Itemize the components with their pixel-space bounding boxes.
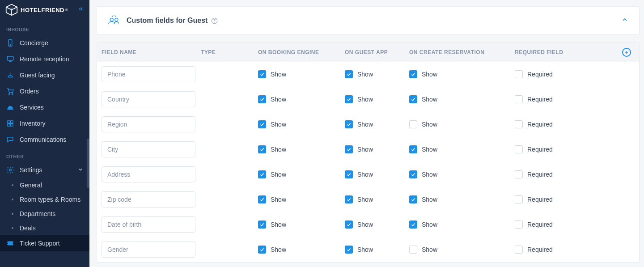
booking-engine-checkbox[interactable] — [258, 70, 266, 78]
table-row: ShowShowShowRequired — [97, 62, 639, 87]
create-reservation-checkbox[interactable] — [409, 220, 417, 229]
create-reservation-checkbox[interactable] — [409, 95, 417, 103]
svg-point-2 — [10, 45, 11, 46]
create-reservation-checkbox[interactable] — [409, 145, 417, 153]
panel-header: Custom fields for Guest — [97, 7, 639, 35]
create-reservation-label: Show — [422, 121, 437, 128]
required-checkbox[interactable] — [515, 145, 523, 153]
create-reservation-checkbox[interactable] — [409, 170, 417, 178]
table-row: ShowShowShowRequired — [97, 162, 639, 187]
sidebar-collapse-button[interactable] — [78, 6, 84, 14]
col-header-booking-engine: ON BOOKING ENGINE — [258, 49, 345, 55]
booking-engine-checkbox[interactable] — [258, 145, 266, 153]
help-icon[interactable] — [211, 17, 218, 24]
add-field-button[interactable] — [622, 48, 631, 57]
field-name-input[interactable] — [102, 91, 195, 107]
nav-label: Services — [20, 104, 83, 111]
panel-collapse-button[interactable] — [621, 16, 628, 25]
svg-point-15 — [115, 16, 116, 17]
svg-point-17 — [214, 22, 215, 22]
svg-point-14 — [114, 15, 114, 16]
field-name-input[interactable] — [102, 191, 195, 208]
svg-point-4 — [9, 93, 10, 94]
guest-app-checkbox[interactable] — [345, 246, 353, 254]
guest-app-checkbox[interactable] — [345, 145, 353, 153]
nav-label: Ticket Support — [20, 240, 83, 247]
guest-app-checkbox[interactable] — [345, 195, 353, 203]
booking-engine-label: Show — [271, 71, 286, 78]
sidebar-subitem-departments[interactable]: Departments — [0, 207, 89, 221]
sidebar-item-communications[interactable]: Communications — [0, 131, 89, 148]
guest-app-label: Show — [357, 146, 373, 153]
required-checkbox[interactable] — [515, 220, 523, 229]
required-label: Required — [527, 121, 553, 128]
logo-area: HF HOTELFRIEND® — [0, 0, 89, 21]
field-name-input[interactable] — [102, 116, 195, 132]
nav-label: Concierge — [20, 39, 83, 47]
col-header-field-name: FIELD NAME — [102, 49, 201, 55]
booking-engine-checkbox[interactable] — [258, 246, 266, 254]
svg-rect-8 — [8, 124, 10, 126]
section-label-other: OTHER — [0, 148, 89, 162]
sidebar-item-settings[interactable]: Settings — [0, 162, 89, 178]
nav-label: Remote reception — [20, 55, 83, 63]
required-checkbox[interactable] — [515, 170, 523, 178]
create-reservation-checkbox[interactable] — [409, 246, 417, 254]
table-row: ShowShowShowRequired — [97, 112, 639, 137]
nav-label: Orders — [20, 88, 83, 95]
guest-app-checkbox[interactable] — [345, 95, 353, 103]
svg-rect-6 — [8, 121, 10, 123]
booking-engine-checkbox[interactable] — [258, 95, 266, 103]
create-reservation-label: Show — [422, 96, 437, 103]
required-checkbox[interactable] — [515, 195, 523, 203]
svg-point-10 — [9, 169, 12, 171]
required-checkbox[interactable] — [515, 120, 523, 128]
sidebar-subitem-general[interactable]: General — [0, 178, 89, 192]
create-reservation-label: Show — [422, 221, 437, 228]
sidebar-item-guest-facing[interactable]: Guest facing — [0, 67, 89, 83]
table-row: ShowShowShowRequired — [97, 87, 639, 112]
table-row: ShowShowShowRequired — [97, 237, 639, 262]
sidebar-item-inventory[interactable]: Inventory — [0, 115, 89, 131]
sidebar-item-remote-reception[interactable]: Remote reception — [0, 51, 89, 67]
guest-app-checkbox[interactable] — [345, 120, 353, 128]
cloche-icon — [6, 103, 14, 111]
booking-engine-checkbox[interactable] — [258, 195, 266, 203]
bell-icon — [6, 71, 14, 79]
bullet-icon — [12, 227, 13, 229]
field-name-input[interactable] — [102, 242, 195, 258]
required-checkbox[interactable] — [515, 95, 523, 103]
booking-engine-checkbox[interactable] — [258, 220, 266, 229]
booking-engine-checkbox[interactable] — [258, 170, 266, 178]
boxes-icon — [6, 119, 14, 127]
guest-app-checkbox[interactable] — [345, 170, 353, 178]
sidebar: HF HOTELFRIEND® INHOUSE Concierge Remote… — [0, 0, 89, 267]
sidebar-item-orders[interactable]: Orders — [0, 83, 89, 99]
required-checkbox[interactable] — [515, 246, 523, 254]
sidebar-item-services[interactable]: Services — [0, 99, 89, 115]
field-name-input[interactable] — [102, 141, 195, 157]
required-checkbox[interactable] — [515, 70, 523, 78]
create-reservation-checkbox[interactable] — [409, 70, 417, 78]
field-name-input[interactable] — [102, 66, 195, 82]
create-reservation-label: Show — [422, 196, 437, 203]
guest-app-checkbox[interactable] — [345, 70, 353, 78]
section-label-inhouse: INHOUSE — [0, 21, 89, 35]
create-reservation-checkbox[interactable] — [409, 120, 417, 128]
sidebar-subitem-deals[interactable]: Deals — [0, 221, 89, 235]
create-reservation-checkbox[interactable] — [409, 195, 417, 203]
guest-app-checkbox[interactable] — [345, 220, 353, 229]
sidebar-scrollbar[interactable] — [87, 139, 89, 188]
sidebar-item-ticket-support[interactable]: Ticket Support — [0, 235, 89, 251]
create-reservation-label: Show — [422, 246, 437, 253]
field-name-input[interactable] — [102, 216, 195, 233]
cart-icon — [6, 87, 14, 95]
sidebar-item-concierge[interactable]: Concierge — [0, 35, 89, 51]
sidebar-subitem-room-types[interactable]: Room types & Rooms — [0, 192, 89, 207]
sub-label: Departments — [20, 210, 55, 217]
booking-engine-label: Show — [271, 221, 286, 228]
booking-engine-label: Show — [271, 146, 286, 153]
field-name-input[interactable] — [102, 166, 195, 182]
booking-engine-checkbox[interactable] — [258, 120, 266, 128]
main-content: Custom fields for Guest FIELD NAME TYPE … — [89, 0, 644, 267]
